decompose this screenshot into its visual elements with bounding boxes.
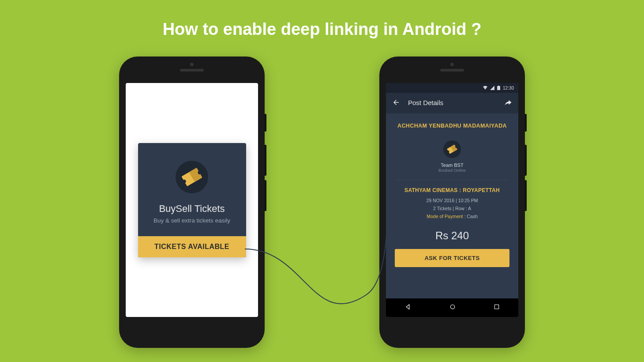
seller-name: Team BST: [441, 162, 463, 168]
back-icon[interactable]: [392, 98, 400, 106]
mop-value: Cash: [467, 214, 478, 219]
page-title: How to enable deep linking in Android ?: [0, 0, 644, 39]
ask-for-tickets-button[interactable]: ASK FOR TICKETS: [395, 249, 509, 267]
app-name: BuySell Tickets: [146, 203, 238, 215]
app-tagline: Buy & sell extra tickets easily: [146, 217, 238, 224]
topbar-title: Post Details: [408, 99, 496, 106]
app-card: BuySell Tickets Buy & sell extra tickets…: [138, 143, 246, 257]
svg-rect-3: [494, 305, 498, 309]
mop-label: Mode of Payment :: [427, 214, 467, 219]
svg-rect-1: [498, 86, 499, 87]
venue-name: SATHYAM CINEMAS : ROYAPETTAH: [404, 187, 500, 193]
show-datetime: 29 NOV 2016 | 10:25 PM: [426, 198, 478, 203]
ticket-icon: [447, 144, 457, 154]
share-icon[interactable]: [504, 98, 512, 106]
wifi-icon: [483, 86, 487, 90]
price: Rs 240: [435, 230, 469, 242]
post-content: ACHCHAM YENBADHU MADAMAIYADA Team BST Bo…: [386, 112, 518, 298]
screen-left: BuySell Tickets Buy & sell extra tickets…: [126, 83, 258, 317]
divider: [395, 180, 509, 180]
deep-link-connector: [0, 57, 644, 348]
svg-point-2: [450, 305, 454, 309]
booking-mode: Booked Online: [438, 168, 466, 173]
nav-home-icon[interactable]: [449, 303, 456, 312]
phone-right: 12:30 Post Details ACHCHAM YENBADHU MADA…: [379, 57, 525, 348]
top-bar: Post Details: [386, 93, 518, 112]
nav-back-icon[interactable]: [404, 303, 412, 312]
android-navbar: [386, 298, 518, 317]
status-time: 12:30: [503, 86, 514, 90]
seller-avatar: [443, 140, 461, 158]
seat-info: 2 Tickets | Row : A: [433, 206, 471, 211]
signal-icon: [490, 86, 494, 90]
ticket-icon: [181, 167, 202, 186]
payment-mode: Mode of Payment : Cash: [427, 214, 478, 219]
nav-recent-icon[interactable]: [494, 304, 500, 312]
movie-title: ACHCHAM YENBADHU MADAMAIYADA: [397, 123, 507, 129]
tickets-available-button[interactable]: TICKETS AVAILABLE: [138, 236, 246, 257]
svg-rect-0: [497, 86, 500, 90]
status-bar: 12:30: [386, 83, 518, 93]
phone-left: BuySell Tickets Buy & sell extra tickets…: [119, 57, 265, 348]
ticket-icon-badge: [176, 161, 208, 193]
screen-right: 12:30 Post Details ACHCHAM YENBADHU MADA…: [386, 83, 518, 317]
battery-icon: [497, 86, 500, 90]
